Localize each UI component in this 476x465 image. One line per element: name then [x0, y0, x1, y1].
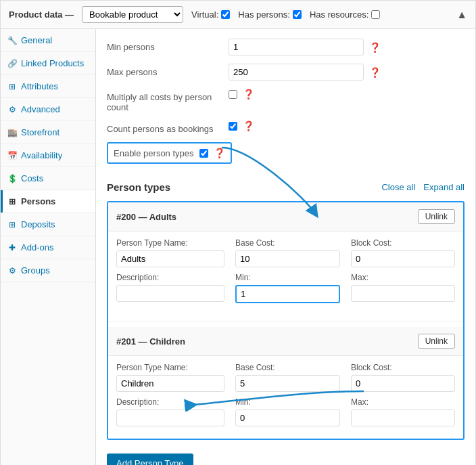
add-person-type-button[interactable]: Add Person Type	[107, 453, 193, 465]
person-block-adults: #200 — Adults Unlink Person Type Name:	[108, 202, 463, 315]
sidebar-item-persons[interactable]: ⊞ Persons	[1, 190, 95, 213]
children-base-cost-input[interactable]	[235, 375, 340, 392]
count-persons-field: ❓	[229, 120, 465, 131]
count-persons-checkbox[interactable]	[229, 122, 237, 131]
persons-icon: ⊞	[7, 197, 17, 206]
virtual-label: Virtual:	[191, 9, 218, 20]
adults-desc-label: Description:	[116, 273, 224, 282]
children-title: #201 — Children	[116, 336, 185, 347]
sidebar-item-general[interactable]: 🔧 General	[1, 29, 95, 52]
children-max-group: Max:	[351, 397, 455, 426]
close-all-link[interactable]: Close all	[381, 182, 415, 192]
children-block-cost-input[interactable]	[351, 375, 455, 392]
sidebar-item-addons[interactable]: ✚ Add-ons	[1, 236, 95, 259]
has-resources-checkbox[interactable]	[371, 10, 380, 19]
person-types-header: Person types Close all Expand all	[107, 181, 465, 193]
adults-unlink-button[interactable]: Unlink	[418, 209, 455, 224]
adults-desc-input[interactable]	[116, 285, 224, 302]
adults-max-input[interactable]	[351, 285, 455, 302]
sidebar-item-availability[interactable]: 📅 Availability	[1, 144, 95, 167]
person-types-section: Person types Close all Expand all #200 —…	[107, 181, 465, 465]
children-desc-input[interactable]	[116, 409, 224, 426]
sidebar-item-attributes-label: Attributes	[21, 81, 58, 91]
children-fields-row1: Person Type Name: Base Cost: Block Cost:	[116, 363, 455, 392]
has-resources-checkbox-group: Has resources:	[310, 9, 380, 20]
link-icon: 🔗	[7, 59, 17, 68]
adults-min-input[interactable]	[235, 285, 340, 303]
sidebar-item-storefront[interactable]: 🏬 Storefront	[1, 121, 95, 144]
expand-all-link[interactable]: Expand all	[423, 182, 465, 192]
adults-block-cost-input[interactable]	[351, 250, 455, 267]
has-persons-checkbox[interactable]	[293, 10, 302, 19]
max-persons-row: Max persons ❓	[107, 64, 465, 81]
multiply-costs-help-icon[interactable]: ❓	[243, 89, 254, 99]
sidebar-item-attributes[interactable]: ⊞ Attributes	[1, 75, 95, 98]
min-persons-field: ❓	[229, 39, 465, 56]
person-block-divider	[108, 321, 463, 322]
adults-min-group: Min:	[235, 273, 340, 303]
children-max-input[interactable]	[351, 409, 455, 426]
adults-base-cost-group: Base Cost:	[235, 238, 340, 267]
sidebar-item-costs[interactable]: 💲 Costs	[1, 167, 95, 190]
enable-person-types-help-icon[interactable]: ❓	[214, 148, 225, 158]
min-persons-row: Min persons ❓	[107, 39, 465, 56]
person-block-children-body: Person Type Name: Base Cost: Block Cost:	[108, 356, 463, 439]
sidebar-item-advanced-label: Advanced	[21, 104, 60, 114]
sidebar-item-deposits-label: Deposits	[21, 219, 55, 229]
adults-title: #200 — Adults	[116, 212, 176, 222]
calendar-icon: 📅	[7, 151, 17, 160]
children-fields-row2: Description: Min: Max:	[116, 397, 455, 426]
sidebar-item-costs-label: Costs	[21, 173, 43, 183]
children-base-cost-group: Base Cost:	[235, 363, 340, 392]
sidebar-item-storefront-label: Storefront	[21, 127, 60, 137]
sidebar-item-deposits[interactable]: ⊞ Deposits	[1, 213, 95, 236]
children-unlink-button[interactable]: Unlink	[418, 334, 455, 349]
sidebar-item-linked-products[interactable]: 🔗 Linked Products	[1, 52, 95, 75]
enable-person-types-label: Enable person types	[114, 148, 194, 158]
product-type-select[interactable]: Bookable product	[82, 6, 183, 23]
adults-base-cost-input[interactable]	[235, 250, 340, 267]
children-block-cost-group: Block Cost:	[351, 363, 455, 392]
collapse-button[interactable]: ▲	[456, 9, 467, 21]
adults-name-label: Person Type Name:	[116, 238, 224, 248]
count-persons-label: Count persons as bookings	[107, 120, 229, 134]
dollar-icon: 💲	[7, 174, 17, 183]
min-persons-help-icon[interactable]: ❓	[369, 42, 381, 53]
adults-name-input[interactable]	[116, 250, 224, 267]
adults-min-label: Min:	[235, 273, 340, 282]
multiply-costs-checkbox[interactable]	[229, 90, 237, 99]
adults-name-group: Person Type Name:	[116, 238, 224, 267]
has-persons-checkbox-group: Has persons:	[238, 9, 302, 20]
adults-block-cost-label: Block Cost:	[351, 238, 455, 248]
max-persons-help-icon[interactable]: ❓	[369, 67, 381, 78]
min-persons-input[interactable]	[229, 39, 364, 56]
grid-icon: ⊞	[7, 82, 17, 91]
max-persons-field: ❓	[229, 64, 465, 81]
sidebar-item-groups-label: Groups	[21, 265, 50, 275]
has-resources-label: Has resources:	[310, 9, 368, 20]
sidebar-item-addons-label: Add-ons	[21, 242, 53, 252]
children-min-group: Min:	[235, 397, 340, 426]
children-name-group: Person Type Name:	[116, 363, 224, 392]
max-persons-input[interactable]	[229, 64, 364, 81]
adults-desc-group: Description:	[116, 273, 224, 303]
deposits-icon: ⊞	[7, 220, 17, 229]
multiply-costs-label: Multiply all costs by person count	[107, 89, 229, 112]
adults-fields-row2: Description: Min: Max:	[116, 273, 455, 303]
adults-max-label: Max:	[351, 273, 455, 282]
sidebar-item-linked-products-label: Linked Products	[21, 58, 84, 68]
children-name-label: Person Type Name:	[116, 363, 224, 372]
children-name-input[interactable]	[116, 375, 224, 392]
count-persons-help-icon[interactable]: ❓	[243, 120, 254, 131]
virtual-checkbox-group: Virtual:	[191, 9, 230, 20]
sidebar-item-groups[interactable]: ⚙ Groups	[1, 259, 95, 282]
enable-person-types-checkbox[interactable]	[199, 149, 208, 158]
children-min-input[interactable]	[235, 409, 340, 426]
person-blocks-container: #200 — Adults Unlink Person Type Name:	[107, 201, 465, 440]
children-base-cost-label: Base Cost:	[235, 363, 340, 372]
main-content: Min persons ❓ Max persons ❓ Multiply all…	[96, 29, 475, 465]
sidebar-item-advanced[interactable]: ⚙ Advanced	[1, 98, 95, 121]
children-desc-label: Description:	[116, 397, 224, 407]
virtual-checkbox[interactable]	[221, 10, 230, 19]
children-block-cost-label: Block Cost:	[351, 363, 455, 372]
